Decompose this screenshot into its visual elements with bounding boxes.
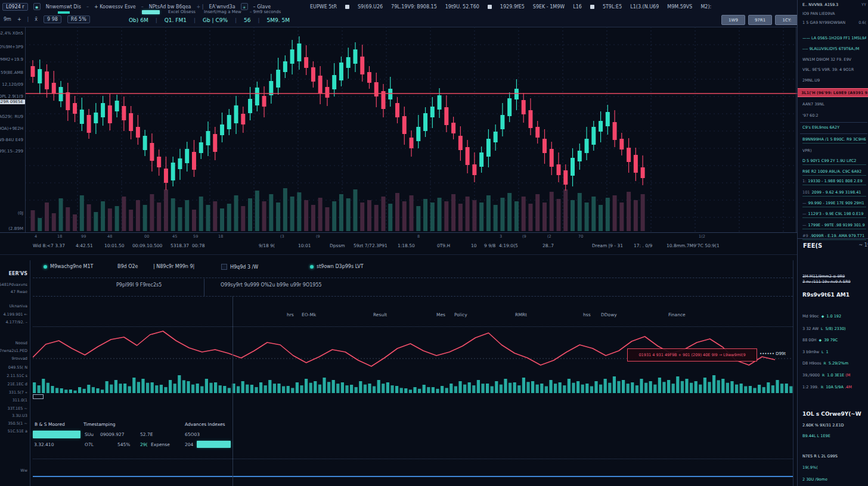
tab-overlays[interactable]: O99sy9rt 9u999 O%2u b99e u99r 9O1955	[221, 282, 322, 288]
main-candle-chart[interactable]	[25, 27, 797, 232]
volume-bar	[255, 191, 259, 231]
menu-item[interactable]: EA'wnvd3a	[209, 4, 235, 10]
timeframe-button[interactable]: 1CY:	[775, 15, 799, 25]
stat-row[interactable]: D8 H9oosR5.29/2%m	[802, 361, 866, 366]
indicator-axis-label: 21E.1EC d	[8, 382, 27, 387]
sidebar-row-prefix: 1:	[802, 179, 806, 183]
interval-chip[interactable]: 56	[244, 17, 250, 23]
stat-value: 5.29/2%m	[829, 361, 848, 366]
alert-row[interactable]: 3L1('H (96'99: L69E9 (A9391 9.	[798, 88, 868, 97]
legend-item[interactable]: B9d O2e	[117, 264, 138, 269]
toolbar-tool-button[interactable]: R6 5%	[67, 15, 90, 23]
toolbar-status-item[interactable]: Insert/mag a Mew	[204, 10, 241, 14]
toolbar-icon[interactable]: x̄	[35, 17, 38, 22]
volume-bar	[325, 207, 329, 231]
candle-body	[87, 115, 91, 133]
interval-chip[interactable]: 5M9. 5M	[267, 17, 290, 23]
tab-projected[interactable]: P9pl99l 9 F9rec2s5	[116, 282, 162, 288]
volume-bar	[213, 201, 217, 231]
interval-chip[interactable]: Ob) 6M	[129, 17, 148, 23]
sidebar-row[interactable]: 19(.9%(	[802, 465, 866, 470]
indicator-volume-bar	[699, 385, 702, 393]
volume-bar	[248, 198, 252, 231]
interval-chip[interactable]: Q1. FM1	[165, 17, 187, 23]
indicator-volume-bar	[517, 385, 520, 393]
toolbar-tool-button[interactable]: 9 98	[44, 15, 61, 23]
column-header: Result	[373, 312, 387, 317]
date-label: 10	[471, 243, 477, 248]
indicator-volume-bar	[717, 380, 720, 393]
sidebar-row[interactable]: D 5 90Y1 C99 2Y 1.9U LifC2	[802, 158, 866, 165]
sidebar-row[interactable]: —99.990 - 199E 17E 909 29H1	[802, 201, 866, 207]
table-header: Timestamping	[83, 422, 115, 427]
timeframe-button[interactable]: 1W9	[721, 15, 745, 25]
sidebar-row[interactable]: —1799E - 99TE .98 9199 301.9	[802, 223, 866, 229]
legend-item[interactable]: | N89c9r M99n 9|	[153, 264, 194, 269]
sidebar-row[interactable]: —1129'3 - 9.9E C9L 198 0.E19	[802, 211, 866, 218]
indicator-volume-bar	[495, 381, 498, 393]
menu-item[interactable]: + Koowessv Esve	[94, 4, 136, 10]
indicator-volume-bar	[549, 380, 552, 393]
candle-body	[255, 88, 259, 105]
sidebar-row[interactable]: 2 30U /9ome	[802, 477, 866, 482]
sidebar-row: N7E5 R L 2L G99S	[802, 454, 866, 459]
candle-body	[346, 57, 351, 68]
sidebar-row[interactable]: 1:19330 - 1.988 901 808 2.E9	[802, 179, 866, 185]
volume-bar	[466, 197, 470, 231]
menu-item[interactable]: Nnwemswt Dis	[46, 4, 81, 10]
indicator-volume-bar	[667, 380, 670, 393]
candle-body	[248, 99, 252, 113]
menu-item[interactable]: – Glave	[253, 4, 271, 10]
indicator-volume-bar	[209, 383, 212, 393]
stat-row[interactable]: 3 b9n9wL1	[802, 350, 866, 354]
sidebar-row[interactable]: ---- 9LALUV9LIDY5 6T9T6A./M	[802, 46, 866, 51]
legend-item[interactable]: H9q9d 3 /W	[221, 264, 258, 270]
stat-icon: ◆	[822, 314, 824, 318]
indicator-volume-bar	[359, 381, 362, 393]
candle-body	[360, 57, 364, 74]
candle-body	[619, 139, 624, 149]
indicator-line-chart[interactable]	[33, 331, 793, 394]
annotation-box[interactable]: 01931 4 931 49F9B + 901 (209) 40E 9l9 → …	[627, 348, 757, 362]
toolbar-status-item[interactable]: – 9m9 seconds	[250, 10, 281, 14]
stat-row[interactable]: 3 32 AWL5/8) 2330)	[802, 326, 866, 331]
indicator-volume-bar	[60, 388, 63, 393]
indicator-volume-bar	[137, 382, 140, 393]
indicator-volume-bar	[237, 386, 240, 393]
interval-chip[interactable]: Gb | C9%	[203, 17, 228, 23]
interval-separator: |	[258, 17, 259, 23]
sidebar-row[interactable]: B9.44L L 1E9E	[802, 434, 866, 438]
indicator-volume-bar	[789, 386, 792, 393]
sidebar-row[interactable]: B9NN99HA /1 5 B90C. R9 3C9H6 R9	[802, 137, 866, 144]
toolbar-status-item[interactable]: Excel Obsess	[168, 10, 196, 14]
toolbar-icon[interactable]: 9m	[4, 17, 11, 22]
menu-chip[interactable]: L0924 r	[2, 3, 28, 11]
sidebar-row[interactable]: R9E R2 1009 A9L/A. C9C 6A92	[802, 169, 866, 176]
top-toolbar: L0924 r◉Nnwemswt Dis–+ Koowessv Esve–NPt…	[0, 0, 797, 27]
indicator-volume-bar	[572, 383, 575, 393]
legend-item[interactable]: st9own D3p99s LVT	[310, 264, 364, 269]
indicator-volume-bar	[690, 383, 693, 393]
stat-row[interactable]: 88 00H◆39 79C	[802, 338, 866, 342]
stat-row[interactable]: Md 99oc◆1.0 192	[802, 314, 866, 319]
indicator-volume-bar	[382, 384, 385, 393]
indicator-volume-bar	[712, 375, 715, 393]
legend-item[interactable]: M9wachg9ne M1T	[44, 264, 94, 269]
indicator-volume-bar	[545, 386, 548, 393]
volume-bar	[31, 210, 35, 231]
stat-row[interactable]: 39,/9000R1.0 3E1E (M	[802, 373, 866, 378]
stat-row[interactable]: 1:2 399.R10A 5/9A .4M	[802, 385, 866, 390]
indicator-volume-bar	[685, 379, 688, 393]
timeframe-button[interactable]: 97R1	[748, 15, 772, 25]
sidebar-row[interactable]: 1012099 - 9.62 4.99 3198.41	[802, 190, 866, 197]
volume-bar	[164, 189, 168, 231]
sidebar-row-prefix: —	[802, 211, 807, 216]
legend-checkbox[interactable]	[221, 264, 227, 270]
indicator-volume-bar	[672, 384, 675, 393]
record-icon[interactable]: ◉	[33, 3, 41, 10]
toolbar-icon[interactable]: +	[17, 17, 21, 22]
legend-label: B9d O2e	[117, 264, 138, 269]
sidebar-row[interactable]: C9's E9L9nos 6A2Y	[802, 125, 866, 130]
menu-item[interactable]: NPtsAd bw B6qea	[149, 4, 191, 10]
sidebar-row[interactable]: —— LA 0565-1H2G9 FF1 1M5L9A	[802, 36, 866, 40]
